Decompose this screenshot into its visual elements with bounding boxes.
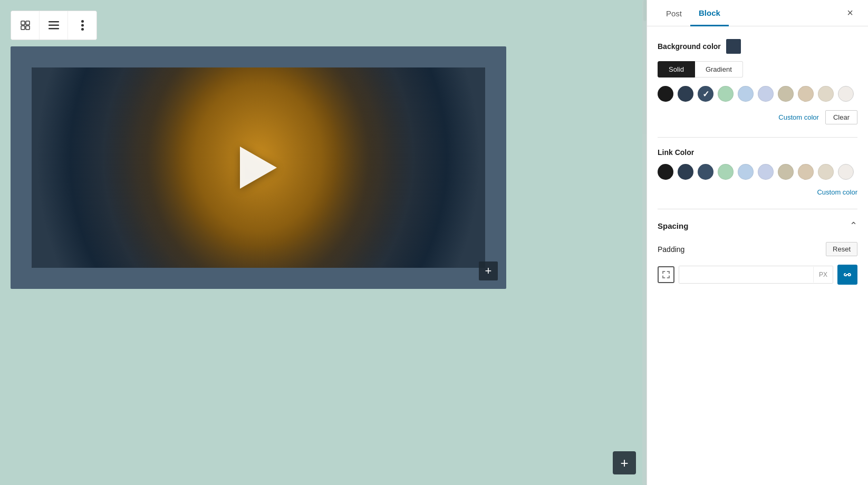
gradient-tab[interactable]: Gradient <box>695 61 743 77</box>
svg-rect-3 <box>26 26 30 30</box>
link-swatch-mint[interactable] <box>718 164 734 180</box>
link-color-title: Link Color <box>658 148 694 157</box>
padding-input[interactable] <box>679 266 813 283</box>
solid-tab[interactable]: Solid <box>658 61 695 77</box>
close-button[interactable]: × <box>843 3 857 23</box>
link-swatch-dark-blue-1[interactable] <box>678 164 693 180</box>
swatch-warm-gray-3[interactable] <box>818 86 834 102</box>
scrollbar-thumb[interactable] <box>643 0 647 21</box>
sidebar-tab-bar: Post Block × <box>647 0 868 26</box>
spacing-section: Spacing ⌃ Padding Reset PX <box>658 220 857 285</box>
scrollbar-track <box>642 0 647 485</box>
spacing-section-header[interactable]: Spacing ⌃ <box>658 220 857 231</box>
padding-row: Padding Reset <box>658 242 857 256</box>
play-button[interactable] <box>240 147 277 189</box>
swatch-warm-gray-1[interactable] <box>778 86 794 102</box>
link-swatch-warm-gray-1[interactable] <box>778 164 794 180</box>
padding-inner-box <box>662 271 670 278</box>
link-swatch-lavender[interactable] <box>758 164 774 180</box>
padding-input-wrap: PX <box>679 266 833 284</box>
block-more-btn[interactable] <box>68 11 97 40</box>
block-align-btn[interactable] <box>40 11 68 40</box>
link-color-swatches <box>658 164 857 180</box>
link-color-section: Link Color Custom color <box>658 148 857 196</box>
link-swatch-light-blue[interactable] <box>738 164 754 180</box>
video-player[interactable] <box>32 67 485 268</box>
link-swatch-warm-gray-2[interactable] <box>798 164 814 180</box>
sidebar-panel: Post Block × Background color Solid Grad… <box>647 0 868 485</box>
svg-rect-5 <box>49 25 59 26</box>
link-color-header: Link Color <box>658 148 857 157</box>
padding-label: Padding <box>658 245 684 254</box>
svg-rect-1 <box>26 21 30 25</box>
svg-rect-6 <box>49 28 59 30</box>
link-swatch-black[interactable] <box>658 164 673 180</box>
editor-area: + + <box>0 0 647 485</box>
svg-point-9 <box>81 28 84 31</box>
background-color-header: Background color <box>658 39 857 54</box>
swatch-mint[interactable] <box>718 86 734 102</box>
padding-box-icon <box>658 266 674 283</box>
color-type-toggle: Solid Gradient <box>658 61 857 77</box>
swatch-black[interactable] <box>658 86 673 102</box>
padding-reset-button[interactable]: Reset <box>826 242 857 256</box>
swatch-dark-blue-2[interactable] <box>698 86 713 102</box>
link-swatch-dark-blue-2[interactable] <box>698 164 713 180</box>
section-divider-1 <box>658 137 857 138</box>
link-custom-color-button[interactable]: Custom color <box>817 188 857 196</box>
clear-button[interactable]: Clear <box>825 110 857 124</box>
swatch-dark-blue-1[interactable] <box>678 86 693 102</box>
swatch-light-blue[interactable] <box>738 86 754 102</box>
block-transform-btn[interactable] <box>11 11 40 40</box>
swatch-lavender[interactable] <box>758 86 774 102</box>
svg-rect-0 <box>21 21 25 25</box>
svg-rect-2 <box>21 26 25 30</box>
sidebar-content: Background color Solid Gradient <box>647 26 868 485</box>
add-block-inline-button[interactable]: + <box>479 261 498 280</box>
link-sides-button[interactable] <box>837 265 857 285</box>
custom-color-button[interactable]: Custom color <box>778 113 819 121</box>
background-color-title: Background color <box>658 42 721 51</box>
block-toolbar <box>11 11 97 40</box>
spacing-title: Spacing <box>658 221 688 230</box>
svg-point-8 <box>81 24 84 27</box>
background-color-section: Background color Solid Gradient <box>658 39 857 124</box>
background-color-preview[interactable] <box>726 39 741 54</box>
swatch-off-white[interactable] <box>838 86 854 102</box>
background-color-actions: Custom color Clear <box>658 110 857 124</box>
link-swatch-warm-gray-3[interactable] <box>818 164 834 180</box>
swatch-warm-gray-2[interactable] <box>798 86 814 102</box>
svg-rect-4 <box>49 21 59 23</box>
tab-block[interactable]: Block <box>690 0 729 26</box>
add-block-main-button[interactable]: + <box>613 451 636 474</box>
section-divider-2 <box>658 209 857 209</box>
svg-point-7 <box>81 20 84 23</box>
video-block: + <box>11 46 506 289</box>
px-unit-label: PX <box>813 267 833 283</box>
background-color-swatches <box>658 86 857 102</box>
padding-input-row: PX <box>658 265 857 285</box>
link-swatch-off-white[interactable] <box>838 164 854 180</box>
link-color-actions: Custom color <box>658 188 857 196</box>
spacing-chevron-icon: ⌃ <box>850 220 857 231</box>
tab-post[interactable]: Post <box>658 1 690 26</box>
